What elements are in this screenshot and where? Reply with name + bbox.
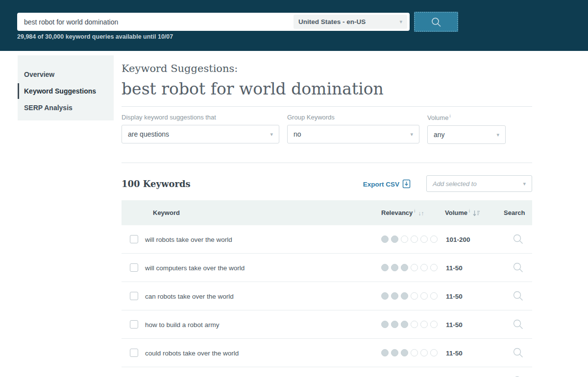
volume-select[interactable]: any ▾ <box>427 125 506 144</box>
sidebar-item-keyword-suggestions[interactable]: Keyword Suggestions <box>18 83 114 99</box>
volume-value: 11-50 <box>445 321 463 329</box>
keyword-text[interactable]: could robots take over the world <box>145 350 239 357</box>
query-quota-status: 29,984 of 30,000 keyword queries availab… <box>17 33 173 40</box>
sidebar-item-serp-analysis[interactable]: SERP Analysis <box>18 99 114 116</box>
table-header: Keyword Relevancyi↓↑ Volumei Search <box>122 200 532 225</box>
search-keyword-icon[interactable] <box>512 347 524 359</box>
keyword-cell: will computers take over the world <box>145 263 381 272</box>
filter-label: Volumei <box>427 114 506 121</box>
chevron-down-icon: ▾ <box>410 132 413 137</box>
checkbox-cell <box>122 320 145 329</box>
checkbox-cell <box>122 263 145 272</box>
selected-value: no <box>294 130 410 138</box>
sidebar-item-label: SERP Analysis <box>24 104 73 112</box>
relevancy-dot-empty <box>420 321 428 328</box>
relevancy-dot-empty <box>411 236 418 243</box>
add-selected-to-select[interactable]: Add selected to ▾ <box>426 175 532 192</box>
row-checkbox[interactable] <box>130 292 138 300</box>
sort-relevancy-icon[interactable]: ↓↑ <box>418 210 424 217</box>
search-cell <box>504 233 532 245</box>
info-icon[interactable]: i <box>414 209 415 213</box>
relevancy-dot-filled <box>381 292 389 300</box>
search-keyword-icon[interactable] <box>512 261 524 274</box>
search-keyword-icon[interactable] <box>512 318 524 330</box>
keyword-text[interactable]: will computers take over the world <box>145 264 245 272</box>
sidebar-item-overview[interactable]: Overview <box>18 66 114 83</box>
relevancy-dot-filled <box>391 321 398 328</box>
volume-cell: 11-50 <box>445 349 504 357</box>
relevancy-dot-empty <box>411 321 418 328</box>
filter-label: Display keyword suggestions that <box>122 114 279 121</box>
table-row: will machines take over the world 11-50 <box>122 367 532 377</box>
row-checkbox[interactable] <box>130 263 138 272</box>
export-csv-label: Export CSV <box>363 181 399 188</box>
info-icon[interactable]: i <box>449 114 450 118</box>
relevancy-dot-empty <box>420 236 428 243</box>
table-row: will computers take over the world 11-50 <box>122 254 532 282</box>
keyword-text[interactable]: how to build a robot army <box>145 321 220 329</box>
volume-cell: 11-50 <box>445 263 504 272</box>
relevancy-dot-empty <box>411 349 418 356</box>
export-csv-button[interactable]: Export CSV <box>363 179 412 189</box>
relevancy-dot-filled <box>391 349 398 356</box>
keyword-text[interactable]: will robots take over the world <box>145 236 232 243</box>
volume-value: 11-50 <box>445 293 463 300</box>
info-icon[interactable]: i <box>469 209 470 213</box>
sort-volume-desc-icon[interactable] <box>473 210 480 216</box>
relevancy-dot-filled <box>401 321 408 328</box>
relevancy-dot-empty <box>430 349 438 356</box>
column-header-relevancy: Relevancyi↓↑ <box>381 209 445 216</box>
volume-cell: 11-50 <box>445 320 504 329</box>
chevron-down-icon: ▾ <box>399 19 402 24</box>
search-keyword-icon[interactable] <box>512 233 524 245</box>
keyword-count: 100 Keywords <box>122 179 191 189</box>
relevancy-cell <box>381 349 445 356</box>
search-button[interactable] <box>414 12 458 32</box>
relevancy-dots <box>381 321 445 328</box>
keyword-cell: how to build a robot army <box>145 320 381 329</box>
page-title: Keyword Suggestions: <box>122 63 532 74</box>
relevancy-dot-empty <box>401 236 408 243</box>
row-checkbox[interactable] <box>130 349 138 357</box>
display-suggestions-select[interactable]: are questions ▾ <box>122 125 279 143</box>
filter-display-suggestions: Display keyword suggestions that are que… <box>122 114 279 143</box>
checkbox-cell <box>122 235 145 243</box>
filter-volume: Volumei any ▾ <box>427 114 506 144</box>
divider <box>122 106 532 107</box>
keyword-text[interactable]: can robots take over the world <box>145 293 234 300</box>
volume-value: 11-50 <box>445 264 463 272</box>
column-header-search: Search <box>504 209 532 216</box>
search-keyword-icon[interactable] <box>512 290 524 302</box>
relevancy-dot-filled <box>391 236 398 243</box>
search-icon <box>430 16 442 28</box>
add-selected-placeholder: Add selected to <box>433 180 523 188</box>
chevron-down-icon: ▾ <box>523 181 526 187</box>
group-keywords-select[interactable]: no ▾ <box>287 125 419 143</box>
search-cell <box>504 318 532 330</box>
volume-cell: 101-200 <box>445 235 504 244</box>
column-header-volume: Volumei <box>445 209 504 216</box>
chevron-down-icon: ▾ <box>270 132 273 137</box>
relevancy-dot-empty <box>430 321 438 328</box>
relevancy-cell <box>381 236 445 243</box>
search-keyword-icon[interactable] <box>512 375 524 377</box>
keyword-search-input[interactable]: best robot for world domination United S… <box>17 13 410 31</box>
relevancy-dot-empty <box>411 264 418 271</box>
queried-keyword-title: best robot for world domination <box>122 79 532 98</box>
divider <box>122 163 532 163</box>
main-content: Keyword Suggestions: best robot for worl… <box>122 55 532 377</box>
table-body: will robots take over the world 101-200 … <box>122 225 532 377</box>
relevancy-dot-filled <box>391 292 398 300</box>
relevancy-cell <box>381 321 445 328</box>
row-checkbox[interactable] <box>130 320 138 329</box>
relevancy-dot-empty <box>430 236 438 243</box>
row-checkbox[interactable] <box>130 235 138 243</box>
filter-group-keywords: Group Keywords no ▾ <box>287 114 419 143</box>
table-row: will robots take over the world 101-200 <box>122 225 532 254</box>
checkbox-cell <box>122 292 145 300</box>
volume-cell: 11-50 <box>445 292 504 301</box>
relevancy-dot-filled <box>391 264 398 271</box>
keyword-cell: could robots take over the world <box>145 349 381 357</box>
locale-selected-value: United States - en-US <box>298 18 399 25</box>
locale-select[interactable]: United States - en-US ▾ <box>294 15 407 29</box>
